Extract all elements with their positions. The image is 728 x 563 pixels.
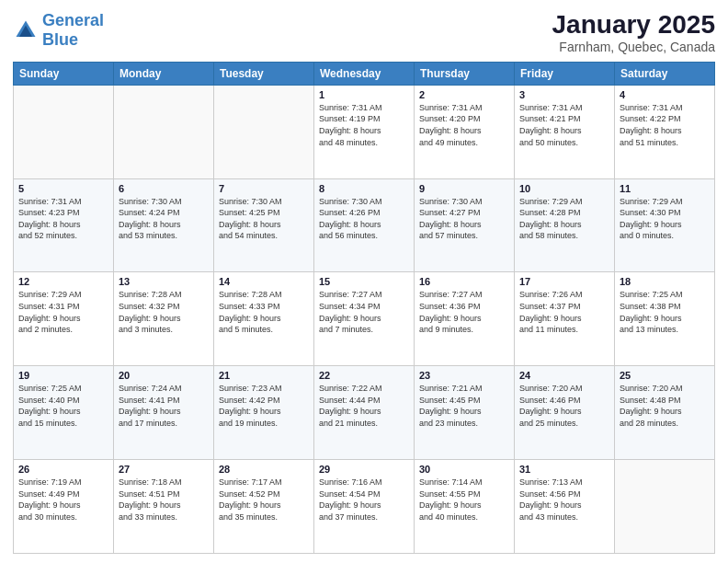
month-title: January 2025 [552,11,715,40]
col-tuesday: Tuesday [214,62,314,85]
table-row: 30 Sunrise: 7:14 AMSunset: 4:55 PMDaylig… [415,460,515,554]
table-row: 3 Sunrise: 7:31 AMSunset: 4:21 PMDayligh… [515,85,615,178]
table-row: 16 Sunrise: 7:27 AMSunset: 4:36 PMDaylig… [415,272,515,366]
day-number: 25 [620,370,710,381]
page: General Blue January 2025 Farnham, Quebe… [0,0,728,563]
table-row: 24 Sunrise: 7:20 AMSunset: 4:46 PMDaylig… [515,366,615,460]
table-row [214,85,314,178]
day-info: Sunrise: 7:19 AMSunset: 4:49 PMDaylight:… [18,477,82,522]
table-row: 7 Sunrise: 7:30 AMSunset: 4:25 PMDayligh… [214,178,314,272]
day-info: Sunrise: 7:18 AMSunset: 4:51 PMDaylight:… [119,477,182,522]
table-row: 6 Sunrise: 7:30 AMSunset: 4:24 PMDayligh… [114,178,214,272]
day-info: Sunrise: 7:31 AMSunset: 4:19 PMDaylight:… [319,103,382,147]
col-sunday: Sunday [14,62,114,85]
day-info: Sunrise: 7:31 AMSunset: 4:21 PMDaylight:… [519,103,583,147]
day-number: 29 [319,464,409,475]
day-info: Sunrise: 7:31 AMSunset: 4:20 PMDaylight:… [419,103,483,147]
day-info: Sunrise: 7:30 AMSunset: 4:27 PMDaylight:… [419,197,483,241]
day-info: Sunrise: 7:28 AMSunset: 4:32 PMDaylight:… [119,290,182,334]
table-row: 20 Sunrise: 7:24 AMSunset: 4:41 PMDaylig… [114,366,214,460]
day-info: Sunrise: 7:26 AMSunset: 4:37 PMDaylight:… [519,290,583,334]
day-info: Sunrise: 7:24 AMSunset: 4:41 PMDaylight:… [119,384,182,428]
table-row: 17 Sunrise: 7:26 AMSunset: 4:37 PMDaylig… [515,272,615,366]
day-number: 5 [18,183,108,194]
day-number: 27 [119,464,209,475]
day-number: 1 [319,89,409,100]
table-row: 5 Sunrise: 7:31 AMSunset: 4:23 PMDayligh… [14,178,114,272]
day-info: Sunrise: 7:14 AMSunset: 4:55 PMDaylight:… [419,477,483,522]
table-row: 13 Sunrise: 7:28 AMSunset: 4:32 PMDaylig… [114,272,214,366]
table-row: 25 Sunrise: 7:20 AMSunset: 4:48 PMDaylig… [615,366,715,460]
day-number: 2 [419,89,509,100]
table-row: 21 Sunrise: 7:23 AMSunset: 4:42 PMDaylig… [214,366,314,460]
day-info: Sunrise: 7:25 AMSunset: 4:40 PMDaylight:… [18,384,82,428]
table-row: 31 Sunrise: 7:13 AMSunset: 4:56 PMDaylig… [515,460,615,554]
day-number: 20 [119,370,209,381]
day-info: Sunrise: 7:27 AMSunset: 4:36 PMDaylight:… [419,290,483,334]
day-number: 3 [519,89,609,100]
day-number: 9 [419,183,509,194]
table-row: 4 Sunrise: 7:31 AMSunset: 4:22 PMDayligh… [615,85,715,178]
table-row [114,85,214,178]
table-row: 2 Sunrise: 7:31 AMSunset: 4:20 PMDayligh… [415,85,515,178]
calendar-week-2: 5 Sunrise: 7:31 AMSunset: 4:23 PMDayligh… [14,178,715,272]
day-info: Sunrise: 7:16 AMSunset: 4:54 PMDaylight:… [319,477,382,522]
day-info: Sunrise: 7:30 AMSunset: 4:25 PMDaylight:… [219,197,282,241]
day-number: 7 [219,183,309,194]
day-info: Sunrise: 7:29 AMSunset: 4:28 PMDaylight:… [519,197,583,241]
calendar-week-1: 1 Sunrise: 7:31 AMSunset: 4:19 PMDayligh… [14,85,715,178]
table-row: 14 Sunrise: 7:28 AMSunset: 4:33 PMDaylig… [214,272,314,366]
header: General Blue January 2025 Farnham, Quebe… [13,11,715,54]
day-number: 22 [319,370,409,381]
day-number: 14 [219,276,309,287]
calendar-table: Sunday Monday Tuesday Wednesday Thursday… [13,62,715,554]
day-number: 24 [519,370,609,381]
table-row: 27 Sunrise: 7:18 AMSunset: 4:51 PMDaylig… [114,460,214,554]
day-number: 17 [519,276,609,287]
logo-icon [13,17,39,43]
table-row: 18 Sunrise: 7:25 AMSunset: 4:38 PMDaylig… [615,272,715,366]
table-row [615,460,715,554]
day-number: 19 [18,370,108,381]
table-row: 22 Sunrise: 7:22 AMSunset: 4:44 PMDaylig… [314,366,415,460]
day-number: 28 [219,464,309,475]
table-row: 1 Sunrise: 7:31 AMSunset: 4:19 PMDayligh… [314,85,415,178]
day-info: Sunrise: 7:17 AMSunset: 4:52 PMDaylight:… [219,477,282,522]
day-number: 4 [620,89,710,100]
day-info: Sunrise: 7:20 AMSunset: 4:46 PMDaylight:… [519,384,583,428]
table-row: 26 Sunrise: 7:19 AMSunset: 4:49 PMDaylig… [14,460,114,554]
table-row: 28 Sunrise: 7:17 AMSunset: 4:52 PMDaylig… [214,460,314,554]
day-number: 8 [319,183,409,194]
col-friday: Friday [515,62,615,85]
calendar-header-row: Sunday Monday Tuesday Wednesday Thursday… [14,62,715,85]
day-number: 30 [419,464,509,475]
table-row: 9 Sunrise: 7:30 AMSunset: 4:27 PMDayligh… [415,178,515,272]
day-number: 11 [620,183,710,194]
day-info: Sunrise: 7:31 AMSunset: 4:22 PMDaylight:… [620,103,683,147]
day-info: Sunrise: 7:27 AMSunset: 4:34 PMDaylight:… [319,290,382,334]
day-info: Sunrise: 7:28 AMSunset: 4:33 PMDaylight:… [219,290,282,334]
day-number: 23 [419,370,509,381]
day-number: 18 [620,276,710,287]
calendar-week-4: 19 Sunrise: 7:25 AMSunset: 4:40 PMDaylig… [14,366,715,460]
calendar-week-5: 26 Sunrise: 7:19 AMSunset: 4:49 PMDaylig… [14,460,715,554]
day-info: Sunrise: 7:20 AMSunset: 4:48 PMDaylight:… [620,384,683,428]
day-info: Sunrise: 7:29 AMSunset: 4:30 PMDaylight:… [620,197,683,241]
table-row: 23 Sunrise: 7:21 AMSunset: 4:45 PMDaylig… [415,366,515,460]
day-number: 16 [419,276,509,287]
day-info: Sunrise: 7:13 AMSunset: 4:56 PMDaylight:… [519,477,583,522]
day-info: Sunrise: 7:30 AMSunset: 4:24 PMDaylight:… [119,197,182,241]
table-row: 15 Sunrise: 7:27 AMSunset: 4:34 PMDaylig… [314,272,415,366]
title-block: January 2025 Farnham, Quebec, Canada [552,11,715,54]
day-number: 21 [219,370,309,381]
logo-general: General [42,11,104,29]
day-info: Sunrise: 7:22 AMSunset: 4:44 PMDaylight:… [319,384,382,428]
day-info: Sunrise: 7:30 AMSunset: 4:26 PMDaylight:… [319,197,382,241]
table-row: 8 Sunrise: 7:30 AMSunset: 4:26 PMDayligh… [314,178,415,272]
day-number: 15 [319,276,409,287]
day-number: 26 [18,464,108,475]
logo-blue: Blue [42,30,78,49]
col-thursday: Thursday [415,62,515,85]
location-title: Farnham, Quebec, Canada [552,40,715,54]
day-number: 13 [119,276,209,287]
